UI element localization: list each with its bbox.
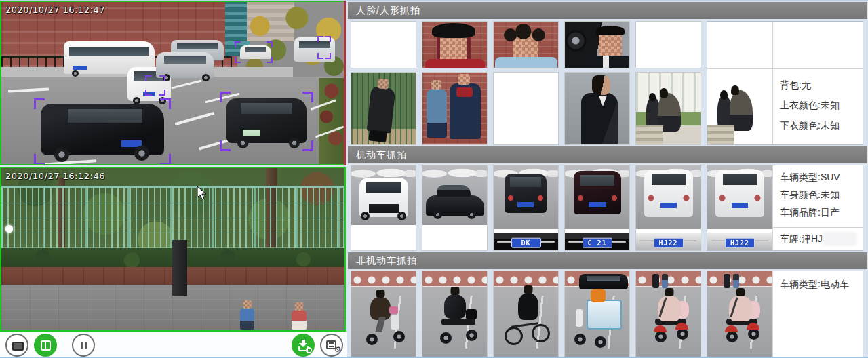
- face-section-header: 人脸/人形抓拍: [348, 2, 867, 19]
- person-thumbnail[interactable]: [564, 72, 630, 145]
- motor-section-header: 机动车抓拍: [348, 146, 867, 163]
- playback-toolbar: ⚙: [0, 332, 347, 358]
- nonmotor-capture-list: 车辆类型:电动车: [348, 271, 867, 358]
- log-settings-button[interactable]: ⚙: [320, 334, 343, 357]
- plate-crop: DK: [494, 233, 558, 250]
- latest-vehicle-image: HJ22: [707, 165, 773, 250]
- attribute-line: 下衣颜色:未知: [780, 115, 856, 136]
- face-detail-panel[interactable]: 背包:无 上衣颜色:未知 下衣颜色:未知: [707, 21, 863, 145]
- park-fence: [1, 186, 344, 248]
- vehicle-thumbnail[interactable]: [422, 165, 488, 251]
- person-figure: [658, 93, 681, 132]
- plate-crop: C 21: [565, 233, 629, 250]
- detection-bracket: [220, 92, 313, 151]
- vehicle-thumbnail[interactable]: DK: [493, 165, 559, 251]
- blurred-face: [599, 31, 622, 57]
- face-thumbnail[interactable]: [422, 21, 488, 68]
- attribute-line: 背包:无: [780, 75, 856, 95]
- license-plate: DK: [511, 237, 541, 247]
- nonmotor-thumbnail[interactable]: [564, 271, 630, 358]
- white-suv-rear: [644, 170, 693, 217]
- timestamp-overlay: 2020/10/27 16:12:47: [5, 5, 105, 15]
- blurred-face: [440, 35, 467, 64]
- person-attributes: 背包:无 上衣颜色:未知 下衣颜色:未知: [773, 69, 863, 141]
- ebike-rider: [658, 296, 681, 321]
- background-car: [579, 274, 628, 289]
- mouse-cursor: [197, 186, 208, 201]
- camera-view-1[interactable]: 2020/10/27 16:12:47: [0, 1, 346, 165]
- attribute-line: 车辆类型:SUV: [780, 168, 856, 186]
- person-thumbnail[interactable]: [635, 72, 701, 145]
- plate-crop: HJ22: [636, 233, 701, 250]
- gear-icon: ⚙: [334, 346, 340, 353]
- person-figure: [450, 83, 481, 139]
- export-record-button[interactable]: [292, 334, 315, 357]
- vehicle-thumbnail[interactable]: [351, 165, 416, 251]
- redacted-plate: [824, 234, 855, 244]
- face-thumbnail[interactable]: [493, 21, 559, 68]
- latest-person-image: [707, 69, 773, 144]
- detection-bracket: [317, 36, 331, 59]
- grid-layout-icon: [41, 340, 51, 351]
- nonmotor-thumbnail[interactable]: [493, 271, 559, 358]
- vehicle-thumbnail[interactable]: HJ22: [635, 165, 701, 251]
- detection-bracket: [34, 98, 171, 165]
- selected-tile-divider: [344, 1, 346, 165]
- monitor-icon: [12, 342, 24, 351]
- attribute-line: 上衣颜色:未知: [780, 95, 856, 115]
- blurred-face: [513, 33, 538, 62]
- nonmotor-detail-panel[interactable]: 车辆类型:电动车: [707, 271, 863, 358]
- cyclist: [518, 293, 538, 320]
- face-thumbnail-empty[interactable]: [351, 21, 416, 68]
- nonmotor-thumbnail[interactable]: [422, 271, 488, 358]
- pedestrian: [240, 308, 254, 330]
- nonmotor-thumbnail[interactable]: [635, 271, 701, 358]
- vehicle-thumbnail[interactable]: C 21: [564, 165, 630, 251]
- nonmotor-section-header: 非机动车抓拍: [348, 252, 867, 269]
- motor-detail-panel[interactable]: HJ22 车辆类型:SUV 车身颜色:未知 车辆品牌:日产 车牌:津HJ: [707, 165, 863, 251]
- person-figure: [427, 89, 447, 138]
- plate-row: 车牌:津HJ: [773, 227, 863, 250]
- pedestrian: [292, 310, 307, 330]
- attribute-line: 车身颜色:未知: [780, 186, 856, 203]
- license-plate: C 21: [583, 237, 612, 247]
- cargo-trike: [587, 300, 622, 330]
- dark-suv-rear: [574, 171, 621, 214]
- stone-pillar: [172, 240, 187, 296]
- detection-bracket: [235, 41, 273, 63]
- person-thumbnail[interactable]: [351, 72, 416, 145]
- save-download-icon: [299, 340, 308, 346]
- vms-client-window: 2020/10/27 16:12:47 2020/10/27 16:12:46: [0, 0, 868, 358]
- face-thumbnail-empty[interactable]: [635, 21, 701, 68]
- single-screen-button[interactable]: [5, 334, 28, 357]
- face-thumbnail[interactable]: [564, 21, 630, 68]
- person-figure: [367, 86, 396, 133]
- attribute-line: 车辆品牌:日产: [780, 203, 856, 221]
- pause-button[interactable]: [72, 334, 95, 357]
- black-sedan-rear: [505, 174, 547, 213]
- person-thumbnail[interactable]: [422, 72, 488, 145]
- person-thumbnail-empty[interactable]: [493, 72, 559, 145]
- nonmotor-thumbnail[interactable]: [351, 271, 416, 358]
- latest-nonmotor-image: [707, 271, 773, 358]
- scooter-rider: [444, 294, 466, 319]
- attribute-line: 车辆类型:电动车: [780, 275, 856, 293]
- face-capture-list: 背包:无 上衣颜色:未知 下衣颜色:未知: [348, 21, 867, 145]
- vehicle-attributes: 车辆类型:SUV 车身颜色:未知 车辆品牌:日产: [773, 165, 863, 227]
- person-figure: [581, 93, 618, 145]
- detection-bracket: [145, 75, 165, 96]
- capture-panels: 人脸/人形抓拍: [347, 1, 868, 358]
- plate-label: 车牌:津HJ: [780, 233, 823, 245]
- moped-rider: [370, 297, 391, 320]
- timestamp-overlay: 2020/10/27 16:12:46: [5, 171, 105, 181]
- camera-view-2[interactable]: 2020/10/27 16:12:46: [0, 167, 346, 332]
- motor-capture-list: DK C 21 HJ22 HJ22 车辆类型:SUV 车身颜色:未知: [348, 165, 867, 251]
- license-plate: HJ22: [654, 237, 684, 247]
- nonmotor-attributes: 车辆类型:电动车: [773, 271, 863, 358]
- split-screen-button[interactable]: [34, 334, 57, 357]
